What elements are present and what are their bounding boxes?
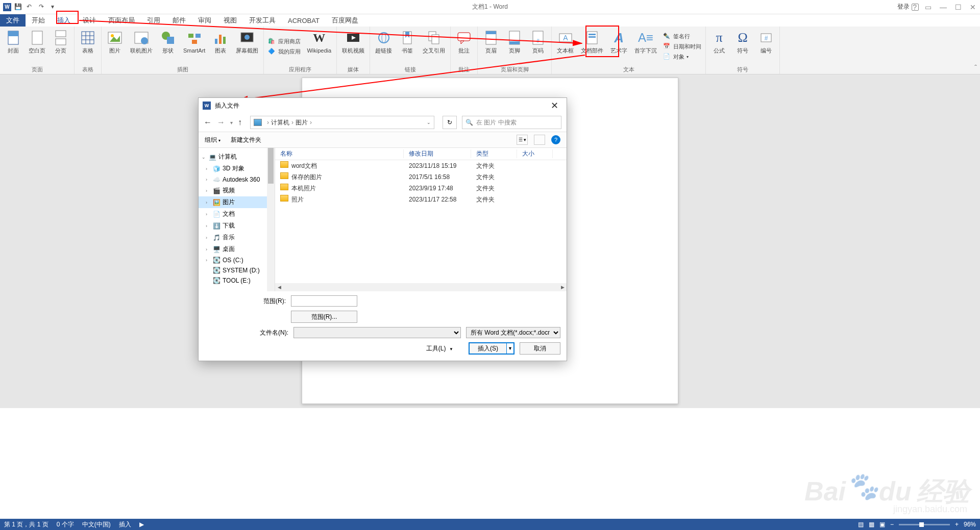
new-folder-button[interactable]: 新建文件夹 [231, 136, 261, 144]
online-video-button[interactable]: 联机视频 [341, 29, 365, 65]
hyperlink-button[interactable]: 超链接 [374, 29, 393, 65]
page-break-button[interactable]: 分页 [52, 29, 70, 65]
tree-node-pictures[interactable]: ›🖼️图片 [199, 196, 275, 208]
range-button[interactable]: 范围(R)... [291, 311, 357, 323]
textbox-button[interactable]: A文本框 [556, 29, 575, 65]
tab-review[interactable]: 审阅 [192, 14, 217, 27]
qat-more-icon[interactable]: ▾ [51, 3, 59, 11]
zoom-out-icon[interactable]: − [890, 521, 894, 528]
my-apps-button[interactable]: 🔷我的应用 [268, 48, 301, 56]
range-input[interactable] [291, 295, 357, 307]
date-time-button[interactable]: 📅日期和时间 [663, 43, 701, 51]
filename-input[interactable] [293, 327, 461, 338]
minimize-icon[interactable]: — [936, 3, 951, 11]
status-macro-icon[interactable]: ▶ [139, 521, 144, 528]
tree-node[interactable]: 💽TOOL (E:) [199, 275, 275, 286]
tab-home[interactable]: 开始 [26, 14, 51, 27]
insert-dropdown-icon[interactable]: ▼ [506, 342, 514, 355]
tree-node[interactable]: ›🧊3D 对象 [199, 163, 275, 174]
tab-baidu[interactable]: 百度网盘 [326, 14, 364, 27]
list-item[interactable]: 保存的图片2017/5/1 16:58文件夹 [275, 171, 567, 183]
undo-icon[interactable]: ↶ [27, 3, 35, 11]
picture-button[interactable]: 图片 [106, 29, 124, 65]
collapse-ribbon-icon[interactable]: ˆ [974, 64, 977, 72]
table-button[interactable]: 表格 [79, 29, 97, 65]
ribbon-options-icon[interactable]: ▭ [921, 3, 936, 11]
tree-node[interactable]: ›📄文档 [199, 208, 275, 220]
tools-dropdown[interactable]: 工具(L) ▼ [426, 344, 453, 353]
col-date[interactable]: 修改日期 [404, 149, 471, 158]
screenshot-button[interactable]: 屏幕截图 [235, 29, 259, 65]
zoom-in-icon[interactable]: + [955, 521, 959, 528]
list-item[interactable]: 照片2023/11/17 22:58文件夹 [275, 194, 567, 205]
shapes-button[interactable]: 形状 [159, 29, 177, 65]
tree-node[interactable]: ›💽OS (C:) [199, 255, 275, 265]
save-icon[interactable]: 💾 [14, 3, 22, 11]
status-mode[interactable]: 插入 [119, 520, 131, 529]
cross-reference-button[interactable]: 交叉引用 [422, 29, 446, 65]
tree-node[interactable]: ›🖥️桌面 [199, 243, 275, 255]
tree-scrollbar[interactable] [267, 148, 275, 291]
zoom-level[interactable]: 96% [964, 521, 976, 528]
wikipedia-button[interactable]: WWikipedia [306, 29, 332, 65]
close-icon[interactable]: ✕ [966, 3, 980, 11]
tab-view[interactable]: 视图 [217, 14, 243, 27]
dialog-close-icon[interactable]: ✕ [547, 100, 562, 111]
col-type[interactable]: 类型 [471, 149, 517, 158]
online-picture-button[interactable]: 联机图片 [129, 29, 154, 65]
list-h-scrollbar[interactable]: ◀▶ [275, 283, 567, 291]
tab-layout[interactable]: 页面布局 [102, 14, 141, 27]
tree-node[interactable]: ›⬇️下载 [199, 220, 275, 232]
footer-button[interactable]: 页脚 [505, 29, 524, 65]
nav-history-icon[interactable]: ▾ [230, 120, 233, 125]
zoom-slider[interactable] [899, 524, 950, 525]
list-item[interactable]: word文档2023/11/18 15:19文件夹 [275, 160, 567, 171]
app-store-button[interactable]: 🛍️应用商店 [268, 38, 301, 46]
nav-up-icon[interactable]: ↑ [238, 118, 242, 127]
nav-back-icon[interactable]: ← [204, 118, 212, 127]
filetype-select[interactable]: 所有 Word 文档(*.docx;*.docm [466, 327, 560, 338]
redo-icon[interactable]: ↷ [39, 3, 47, 11]
cancel-button[interactable]: 取消 [520, 342, 560, 355]
view-read-icon[interactable]: ▤ [858, 521, 864, 528]
blank-page-button[interactable]: 空白页 [28, 29, 46, 65]
status-language[interactable]: 中文(中国) [82, 520, 111, 529]
view-mode-button[interactable]: ☰▾ [517, 135, 528, 145]
tab-insert[interactable]: 插入 [51, 14, 77, 27]
view-print-icon[interactable]: ▦ [869, 521, 874, 528]
organize-button[interactable]: 组织 ▾ [205, 136, 220, 144]
status-page[interactable]: 第 1 页，共 1 页 [4, 520, 48, 529]
tree-node[interactable]: ›🎬视频 [199, 185, 275, 196]
maximize-icon[interactable]: ☐ [951, 3, 966, 11]
bookmark-button[interactable]: 书签 [398, 29, 416, 65]
tab-acrobat[interactable]: ACROBAT [282, 14, 326, 27]
help-icon[interactable]: ? [551, 135, 560, 144]
drop-cap-button[interactable]: A≡首字下沉 [633, 29, 658, 65]
equation-button[interactable]: π公式 [710, 29, 728, 65]
tree-node[interactable]: 💽SYSTEM (D:) [199, 265, 275, 275]
page-number-button[interactable]: #页码 [529, 29, 547, 65]
quick-parts-button[interactable]: 文档部件 [580, 29, 604, 65]
tab-design[interactable]: 设计 [77, 14, 102, 27]
chart-button[interactable]: 图表 [211, 29, 230, 65]
col-size[interactable]: 大小 [517, 149, 553, 158]
tab-developer[interactable]: 开发工具 [243, 14, 282, 27]
help-icon[interactable]: ? [909, 3, 921, 11]
search-input[interactable]: 🔍在 图片 中搜索 [462, 116, 561, 129]
tree-node[interactable]: ›🎵音乐 [199, 232, 275, 243]
insert-split-button[interactable]: 插入(S) ▼ [469, 342, 514, 355]
header-button[interactable]: 页眉 [482, 29, 500, 65]
tab-references[interactable]: 引用 [141, 14, 166, 27]
number-button[interactable]: #编号 [757, 29, 775, 65]
smartart-button[interactable]: SmartArt [182, 29, 206, 65]
tree-node[interactable]: ›☁️Autodesk 360 [199, 174, 275, 185]
tab-file[interactable]: 文件 [0, 14, 26, 27]
refresh-button[interactable]: ↻ [443, 116, 457, 129]
cover-page-button[interactable]: 封面 [4, 29, 22, 65]
symbol-button[interactable]: Ω符号 [733, 29, 752, 65]
col-name[interactable]: 名称 [275, 149, 404, 158]
view-web-icon[interactable]: ▣ [879, 521, 885, 528]
tree-node-computer[interactable]: ⌄💻计算机 [199, 151, 275, 163]
wordart-button[interactable]: A艺术字 [609, 29, 628, 65]
status-word-count[interactable]: 0 个字 [57, 520, 74, 529]
